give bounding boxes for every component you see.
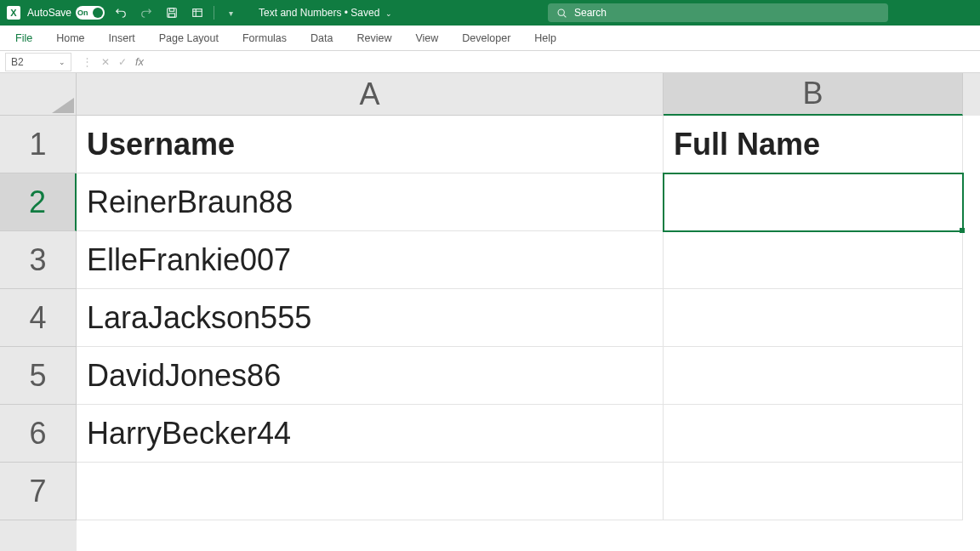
ribbon-tabs: File Home Insert Page Layout Formulas Da… [0,26,980,51]
cell-b1[interactable]: Full Name [664,116,963,173]
cell-b4[interactable] [664,289,963,347]
cell-a6[interactable]: HarryBecker44 [77,405,664,463]
cell-a3[interactable]: ElleFrankie007 [77,231,664,289]
cell-b3[interactable] [664,231,963,289]
save-button[interactable] [162,3,181,22]
tab-review[interactable]: Review [346,26,402,51]
svg-point-4 [558,9,564,15]
svg-rect-1 [169,9,174,12]
search-placeholder: Search [574,7,607,19]
autosave-toggle[interactable]: AutoSave On [27,6,105,20]
enter-icon[interactable]: ✓ [115,56,130,68]
column-header-a[interactable]: A [77,73,664,116]
svg-rect-2 [169,14,175,17]
row-header-1[interactable]: 1 [0,116,77,173]
separator [214,6,214,20]
cell-a2[interactable]: ReinerBraun88 [77,173,664,231]
undo-button[interactable] [111,3,130,22]
tab-page-layout[interactable]: Page Layout [149,26,229,51]
cell-a4[interactable]: LaraJackson555 [77,289,664,347]
row-header-4[interactable]: 4 [0,289,77,347]
excel-icon: X [7,6,20,20]
row-header-5[interactable]: 5 [0,347,77,405]
cell-b5[interactable] [664,347,963,405]
chevron-down-icon: ⌄ [59,58,66,66]
title-bar: X AutoSave On ▾ Text and Numbers • Saved… [0,0,980,26]
cancel-icon[interactable]: ✕ [98,56,113,68]
cell-a5[interactable]: DavidJones86 [77,347,664,405]
qat-customize-button[interactable]: ▾ [221,3,240,22]
tab-developer[interactable]: Developer [452,26,521,51]
cell-b2[interactable] [664,173,963,231]
toggle-switch[interactable]: On [76,6,105,20]
row-header-2[interactable]: 2 [0,173,77,231]
formula-bar-buttons: ⋮ ✕ ✓ fx [78,55,144,68]
fx-icon[interactable]: fx [135,55,144,68]
worksheet[interactable]: A B 1 2 3 4 5 6 7 Username Full Name Rei… [0,73,980,551]
column-header-b[interactable]: B [664,73,963,116]
tab-data[interactable]: Data [300,26,343,51]
search-input[interactable]: Search [548,3,888,22]
tab-home[interactable]: Home [46,26,94,51]
search-icon [556,8,567,19]
tab-formulas[interactable]: Formulas [232,26,297,51]
tab-help[interactable]: Help [524,26,567,51]
cell-a7[interactable] [77,463,664,520]
tab-insert[interactable]: Insert [99,26,145,51]
row-headers: 1 2 3 4 5 6 7 [0,116,77,551]
cell-b7[interactable] [664,463,963,520]
tab-view[interactable]: View [405,26,448,51]
redo-button[interactable] [137,3,156,22]
cells-area[interactable]: Username Full Name ReinerBraun88 ElleFra… [77,116,980,551]
svg-rect-3 [193,9,202,17]
document-title[interactable]: Text and Numbers • Saved ⌄ [259,7,392,19]
autosave-label: AutoSave [27,7,71,19]
row-header-6[interactable]: 6 [0,405,77,463]
tab-file[interactable]: File [5,26,43,51]
row-header-7[interactable]: 7 [0,463,77,520]
name-box[interactable]: B2 ⌄ [5,53,71,71]
formula-bar: B2 ⌄ ⋮ ✕ ✓ fx [0,51,980,73]
formula-input[interactable] [144,53,980,71]
column-headers: A B [77,73,980,116]
cell-a1[interactable]: Username [77,116,664,173]
qat-button[interactable] [188,3,207,22]
row-header-3[interactable]: 3 [0,231,77,289]
select-all-corner[interactable] [0,73,77,116]
cell-b6[interactable] [664,405,963,463]
